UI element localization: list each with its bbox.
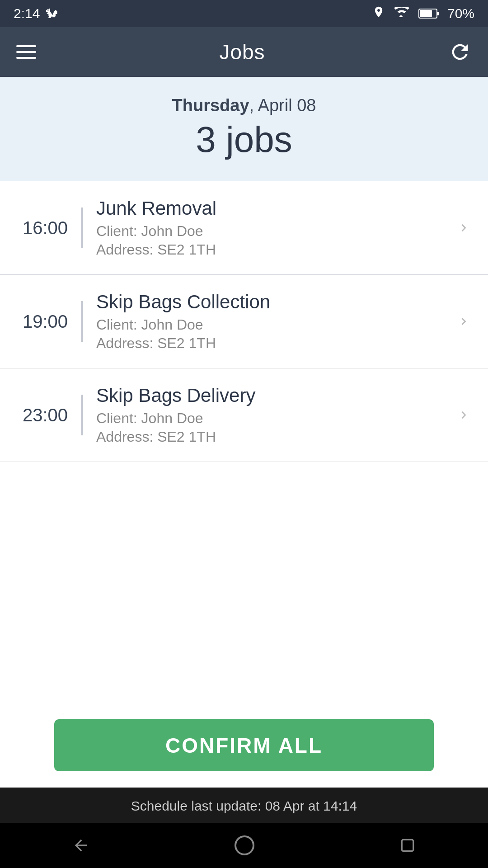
page-title: Jobs — [219, 40, 265, 64]
job-details: Junk Removal Client: John Doe Address: S… — [96, 198, 457, 258]
recents-button[interactable] — [399, 837, 416, 854]
battery-level: 70% — [447, 6, 474, 21]
android-nav-bar — [0, 823, 488, 868]
wifi-icon — [393, 7, 410, 20]
status-bar: 2:14 🐿 70% — [0, 0, 488, 27]
schedule-update-text: Schedule last update: 08 Apr at 14:14 — [131, 798, 357, 813]
status-right: 70% — [372, 5, 474, 22]
job-client: Client: John Doe — [96, 223, 457, 240]
chevron-right-icon — [457, 311, 470, 332]
job-title: Skip Bags Collection — [96, 291, 457, 313]
confirm-section: CONFIRM ALL — [0, 706, 488, 788]
top-nav: Jobs — [0, 27, 488, 77]
confirm-all-button[interactable]: CONFIRM ALL — [54, 719, 434, 771]
svg-rect-1 — [437, 12, 439, 15]
jobs-list: 16:00 Junk Removal Client: John Doe Addr… — [0, 181, 488, 706]
job-item[interactable]: 19:00 Skip Bags Collection Client: John … — [0, 275, 488, 368]
job-address: Address: SE2 1TH — [96, 429, 457, 445]
job-client: Client: John Doe — [96, 410, 457, 427]
job-time: 19:00 — [18, 311, 81, 332]
job-details: Skip Bags Collection Client: John Doe Ad… — [96, 291, 457, 352]
job-item[interactable]: 23:00 Skip Bags Delivery Client: John Do… — [0, 368, 488, 462]
job-time: 23:00 — [18, 405, 81, 425]
day-name: Thursday — [172, 96, 249, 115]
refresh-button[interactable] — [448, 40, 472, 64]
chevron-right-icon — [457, 217, 470, 239]
jobs-count: 3 jobs — [0, 119, 488, 160]
svg-point-3 — [235, 836, 253, 854]
job-divider — [81, 208, 83, 248]
back-button[interactable] — [72, 836, 90, 854]
app-icon: 🐿 — [45, 6, 58, 21]
battery-icon — [418, 8, 439, 19]
home-button[interactable] — [234, 835, 255, 856]
bottom-status-bar: Schedule last update: 08 Apr at 14:14 — [0, 788, 488, 823]
job-address: Address: SE2 1TH — [96, 241, 457, 258]
status-left: 2:14 🐿 — [14, 6, 58, 21]
job-item[interactable]: 16:00 Junk Removal Client: John Doe Addr… — [0, 181, 488, 275]
date-rest: , April 08 — [249, 96, 316, 115]
chevron-right-icon — [457, 404, 470, 426]
location-icon — [372, 5, 385, 22]
svg-rect-4 — [402, 840, 413, 851]
menu-button[interactable] — [16, 45, 36, 59]
job-details: Skip Bags Delivery Client: John Doe Addr… — [96, 385, 457, 445]
job-title: Skip Bags Delivery — [96, 385, 457, 406]
job-title: Junk Removal — [96, 198, 457, 219]
time-display: 2:14 — [14, 6, 40, 21]
date-header: Thursday, April 08 3 jobs — [0, 77, 488, 181]
job-divider — [81, 301, 83, 342]
job-address: Address: SE2 1TH — [96, 335, 457, 352]
date-display: Thursday, April 08 — [0, 96, 488, 115]
job-client: Client: John Doe — [96, 316, 457, 333]
svg-rect-2 — [420, 10, 432, 17]
job-time: 16:00 — [18, 218, 81, 238]
job-divider — [81, 395, 83, 435]
